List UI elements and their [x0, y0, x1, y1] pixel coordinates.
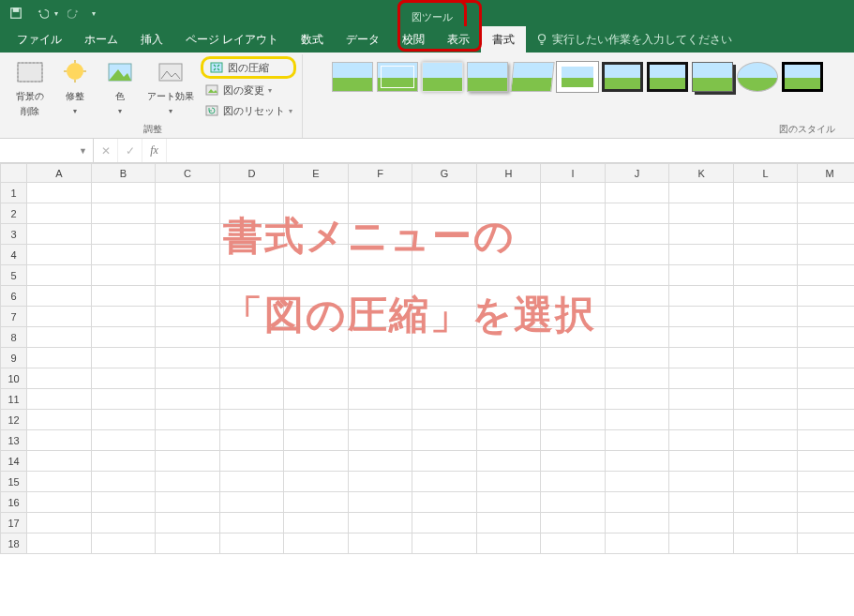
cell[interactable] [541, 430, 606, 451]
cell[interactable] [219, 203, 284, 224]
cell[interactable] [476, 368, 541, 389]
cell[interactable] [605, 183, 669, 203]
corrections-button[interactable]: 修整 [54, 56, 96, 116]
cell[interactable] [156, 286, 220, 307]
cell[interactable] [476, 410, 541, 430]
cell[interactable] [219, 245, 284, 265]
cell[interactable] [284, 472, 349, 492]
cell[interactable] [412, 389, 477, 410]
row-header[interactable]: 15 [1, 472, 27, 492]
cell[interactable] [798, 472, 854, 492]
cell[interactable] [284, 203, 349, 224]
cell[interactable] [476, 183, 541, 203]
qat-customize-icon[interactable]: ▾ [92, 9, 96, 18]
cell[interactable] [91, 265, 156, 286]
cell[interactable] [412, 410, 477, 430]
cell[interactable] [669, 183, 734, 203]
cell[interactable] [219, 368, 284, 389]
column-header[interactable]: I [541, 164, 606, 183]
cell[interactable] [605, 307, 669, 327]
cell[interactable] [476, 348, 541, 368]
row-header[interactable]: 2 [1, 203, 27, 224]
cell[interactable] [541, 368, 606, 389]
cell[interactable] [733, 533, 798, 554]
cell[interactable] [219, 430, 284, 451]
enter-formula-button[interactable]: ✓ [118, 139, 142, 162]
cell[interactable] [733, 307, 798, 327]
cell[interactable] [798, 513, 854, 533]
cell[interactable] [733, 430, 798, 451]
cell[interactable] [27, 513, 92, 533]
cell[interactable] [156, 492, 220, 513]
cell[interactable] [156, 513, 220, 533]
row-header[interactable]: 14 [1, 451, 27, 472]
cell[interactable] [219, 224, 284, 245]
cell[interactable] [476, 533, 541, 554]
cell[interactable] [541, 307, 606, 327]
tab-format[interactable]: 書式 [481, 26, 526, 53]
cell[interactable] [733, 513, 798, 533]
cell[interactable] [733, 389, 798, 410]
cell[interactable] [798, 410, 854, 430]
cell[interactable] [669, 389, 734, 410]
cell[interactable] [412, 472, 477, 492]
cell[interactable] [284, 368, 349, 389]
cell[interactable] [284, 327, 349, 348]
column-header[interactable]: F [348, 164, 412, 183]
cell[interactable] [541, 492, 606, 513]
cell[interactable] [541, 472, 606, 492]
column-header[interactable]: B [91, 164, 156, 183]
cell[interactable] [476, 389, 541, 410]
cell[interactable] [733, 472, 798, 492]
cell[interactable] [27, 451, 92, 472]
cell[interactable] [733, 245, 798, 265]
cell[interactable] [669, 224, 734, 245]
cell[interactable] [156, 389, 220, 410]
cell[interactable] [91, 245, 156, 265]
cell[interactable] [733, 265, 798, 286]
cell[interactable] [605, 265, 669, 286]
cell[interactable] [284, 307, 349, 327]
tell-me[interactable]: 実行したい作業を入力してください [526, 26, 732, 53]
cell[interactable] [669, 513, 734, 533]
cell[interactable] [156, 348, 220, 368]
cell[interactable] [284, 451, 349, 472]
row-header[interactable]: 4 [1, 245, 27, 265]
row-header[interactable]: 18 [1, 533, 27, 554]
cell[interactable] [541, 348, 606, 368]
cell[interactable] [605, 513, 669, 533]
cell[interactable] [605, 472, 669, 492]
cell[interactable] [412, 286, 477, 307]
cell[interactable] [284, 389, 349, 410]
cell[interactable] [156, 307, 220, 327]
picture-style-thumb[interactable] [557, 62, 598, 92]
cell[interactable] [284, 533, 349, 554]
cell[interactable] [348, 472, 412, 492]
cell[interactable] [605, 389, 669, 410]
row-header[interactable]: 8 [1, 327, 27, 348]
picture-style-thumb[interactable] [510, 62, 554, 92]
row-header[interactable]: 5 [1, 265, 27, 286]
cell[interactable] [284, 348, 349, 368]
cell[interactable] [91, 183, 156, 203]
cell[interactable] [476, 492, 541, 513]
picture-style-thumb[interactable] [782, 62, 823, 92]
cell[interactable] [412, 492, 477, 513]
picture-style-thumb[interactable] [467, 62, 508, 92]
cell[interactable] [348, 245, 412, 265]
cell[interactable] [27, 183, 92, 203]
cell[interactable] [412, 307, 477, 327]
redo-icon[interactable] [64, 3, 84, 23]
cell[interactable] [605, 451, 669, 472]
cell[interactable] [798, 327, 854, 348]
cell[interactable] [476, 224, 541, 245]
cell[interactable] [27, 265, 92, 286]
cell[interactable] [669, 492, 734, 513]
cell[interactable] [348, 389, 412, 410]
cell[interactable] [605, 286, 669, 307]
cell[interactable] [476, 472, 541, 492]
column-header[interactable]: M [798, 164, 854, 183]
cancel-formula-button[interactable]: ✕ [94, 139, 118, 162]
cell[interactable] [219, 389, 284, 410]
cell[interactable] [412, 451, 477, 472]
